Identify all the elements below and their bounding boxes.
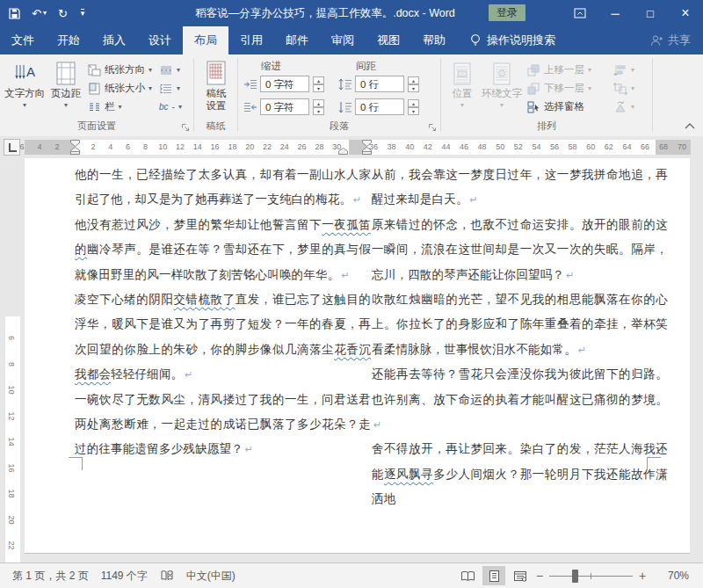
- wrap-text-button[interactable]: 环绕文字 ▾: [480, 59, 524, 112]
- margins-button[interactable]: 页边距 ▾: [46, 59, 86, 112]
- paragraph[interactable]: 一碗饮尽了无数风尘，清风搂过了我的一生，问君送君两处离愁断难，一起走过的成诺已飘…: [75, 388, 371, 462]
- right-indent-marker[interactable]: [338, 148, 348, 155]
- indent-right-input[interactable]: 0 字符: [260, 98, 309, 115]
- proofing-errors-button[interactable]: [160, 570, 174, 582]
- horizontal-ruler[interactable]: 6422468101214161820222426283036384042444…: [0, 136, 703, 158]
- page-number-status[interactable]: 第 1 页，共 2 页: [12, 569, 89, 584]
- align-objects-button[interactable]: ▾: [613, 61, 634, 79]
- step-up-icon[interactable]: ▴: [408, 99, 419, 107]
- breaks-button[interactable]: ▾: [159, 61, 182, 79]
- step-down-icon[interactable]: ▾: [408, 107, 419, 115]
- save-button[interactable]: [9, 8, 20, 19]
- first-line-indent-marker[interactable]: [70, 140, 80, 147]
- step-down-icon[interactable]: ▾: [313, 84, 324, 92]
- paragraph[interactable]: 舍不得放开，再让梦回来。染白了的发，茫茫人海我还能逐风飘寻多少人间烟火？那一轮明…: [372, 437, 668, 512]
- columns-button[interactable]: 栏 ▾: [88, 98, 152, 116]
- ribbon-display-options-button[interactable]: [562, 0, 598, 26]
- line-numbers-icon: [159, 83, 173, 95]
- document-area[interactable]: 6810121416182022242628303234 他的一生，已经描绘了太…: [0, 158, 703, 563]
- ruler-number: 12: [7, 409, 15, 424]
- read-mode-button[interactable]: [456, 566, 479, 585]
- chevron-down-icon: ▾: [177, 84, 180, 92]
- tab-review[interactable]: 审阅: [320, 26, 366, 54]
- indent-right-stepper[interactable]: ▴▾: [313, 99, 324, 115]
- tab-mailings[interactable]: 邮件: [274, 26, 320, 54]
- position-button[interactable]: 位置 ▾: [446, 59, 478, 112]
- zoom-slider[interactable]: [549, 566, 633, 585]
- chevron-down-icon: ▾: [149, 66, 152, 74]
- tell-me-search[interactable]: 操作说明搜索: [469, 26, 555, 54]
- chevron-down-icon: ▾: [177, 66, 180, 74]
- paragraph[interactable]: 原来错过的怀念，也敌不过命运安排。放开的眼前的这一瞬间，流浪在这世间却是一次又一…: [372, 213, 668, 287]
- tab-insert[interactable]: 插入: [91, 26, 137, 54]
- tab-home[interactable]: 开始: [46, 26, 91, 54]
- group-objects-button[interactable]: ▾: [613, 79, 634, 98]
- zoom-slider-thumb[interactable]: [572, 570, 578, 583]
- tab-view[interactable]: 视图: [366, 26, 411, 54]
- tab-design[interactable]: 设计: [137, 26, 183, 54]
- indent-left-stepper[interactable]: ▴▾: [313, 76, 324, 92]
- ruler-number: 64: [620, 143, 634, 151]
- collapse-ribbon-button[interactable]: [684, 122, 696, 130]
- spacing-before-stepper[interactable]: ▴▾: [408, 76, 419, 92]
- rotate-icon: [613, 101, 627, 113]
- hyphenation-dash: ‑: [172, 102, 175, 112]
- minimize-button[interactable]: ─: [598, 0, 633, 26]
- paragraph[interactable]: 还能再去等待？雪花只会湮没你我为彼此留下的归路。也许别离、放下命运的执着才能叫醒…: [372, 362, 668, 437]
- dialog-launcher-icon[interactable]: [428, 123, 438, 133]
- zoom-level[interactable]: 70%: [650, 570, 703, 582]
- language-status[interactable]: 中文(中国): [186, 569, 236, 584]
- dialog-launcher-icon[interactable]: [181, 123, 191, 133]
- manuscript-setup-button[interactable]: 稿纸 设置: [196, 59, 236, 112]
- sign-in-button[interactable]: 登录: [489, 4, 525, 21]
- step-up-icon[interactable]: ▴: [313, 99, 324, 107]
- tab-layout[interactable]: 布局: [183, 26, 228, 54]
- indent-left-input[interactable]: 0 字符: [260, 76, 309, 92]
- zoom-out-button[interactable]: −: [532, 569, 547, 583]
- paragraph[interactable]: 他没有惹过风沙，梦里的繁华却让他誓言留下一夜孤笛的幽冷琴声。是谁还在等？雪却还在…: [75, 213, 371, 287]
- hyphenation-button[interactable]: bc‑ ▾: [159, 98, 182, 116]
- text-column-left[interactable]: 他的一生，已经描绘了太多认真，却有着一副山水人家引起了他，却又是为了她再葬送了一…: [75, 163, 371, 462]
- line-numbers-button[interactable]: ▾: [159, 79, 182, 98]
- tab-help[interactable]: 帮助: [411, 26, 457, 54]
- hanging-indent-marker-col2[interactable]: [362, 147, 372, 155]
- hanging-indent-marker[interactable]: [70, 147, 80, 155]
- bring-forward-button[interactable]: 上移一层 ▾: [527, 61, 591, 79]
- close-button[interactable]: ×: [668, 0, 703, 26]
- undo-icon: ↶: [32, 8, 41, 19]
- step-up-icon[interactable]: ▴: [408, 76, 419, 84]
- paragraph[interactable]: 吹散红烛幽暗的光芒，望不见我的相思能飘落在你的心上。你拉长了的身影应和了陈年重叠…: [372, 287, 668, 362]
- page[interactable]: 他的一生，已经描绘了太多认真，却有着一副山水人家引起了他，却又是为了她再葬送了一…: [25, 158, 690, 554]
- selection-pane-button[interactable]: 选择窗格: [527, 98, 591, 116]
- spacing-after-stepper[interactable]: ▴▾: [408, 99, 419, 115]
- undo-button[interactable]: ↶▾: [32, 8, 47, 19]
- ruler-number: 24: [278, 143, 292, 151]
- step-down-icon[interactable]: ▾: [408, 84, 419, 92]
- paragraph[interactable]: 凌空下心绪的阴阳交错梳散了直发，谁已忘了这触目的浮华，暖风下是谁又为了再剪了短发…: [75, 287, 371, 388]
- spacing-before-input[interactable]: 0 行: [355, 76, 404, 92]
- rotate-objects-button[interactable]: ▾: [613, 98, 634, 116]
- send-backward-button[interactable]: 下移一层 ▾: [527, 79, 591, 98]
- paragraph[interactable]: 他的一生，已经描绘了太多认真，却有着一副山水人家引起了他，却又是为了她再葬送了一…: [75, 163, 371, 213]
- maximize-button[interactable]: □: [633, 0, 668, 26]
- share-button[interactable]: 共享: [650, 26, 703, 54]
- print-layout-button[interactable]: [482, 566, 505, 585]
- paragraph[interactable]: 从前，我会靠这一梦度日过年，这一梦我拼命地追，再醒过来却是白天。↵: [372, 163, 668, 213]
- text-direction-button[interactable]: A 文字方向 ▾: [4, 59, 45, 112]
- web-layout-button[interactable]: [509, 566, 532, 585]
- paper-size-button[interactable]: 纸张大小 ▾: [88, 79, 152, 98]
- redo-button[interactable]: ↻: [58, 8, 68, 19]
- tab-references[interactable]: 引用: [228, 26, 274, 54]
- orientation-button[interactable]: 纸张方向 ▾: [88, 61, 152, 79]
- customize-qat-button[interactable]: ▾: [79, 9, 85, 18]
- columns-label: 栏: [105, 100, 115, 113]
- spacing-after-input[interactable]: 0 行: [355, 98, 404, 115]
- word-count-status[interactable]: 1149 个字: [101, 569, 148, 584]
- tab-file[interactable]: 文件: [0, 26, 46, 54]
- step-down-icon[interactable]: ▾: [313, 107, 324, 115]
- zoom-in-button[interactable]: +: [634, 569, 650, 583]
- step-up-icon[interactable]: ▴: [313, 76, 324, 84]
- text-column-right[interactable]: 从前，我会靠这一梦度日过年，这一梦我拼命地追，再醒过来却是白天。↵原来错过的怀念…: [372, 163, 668, 512]
- vertical-ruler[interactable]: 6810121416182022242628303234: [0, 316, 25, 588]
- first-line-indent-marker-col2[interactable]: [362, 140, 372, 147]
